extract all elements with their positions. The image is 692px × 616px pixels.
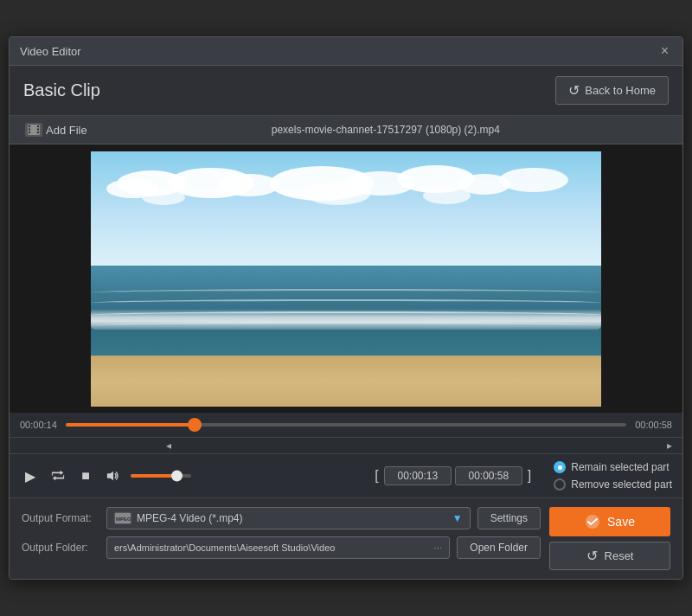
svg-rect-5 xyxy=(37,129,39,131)
check-circle-icon xyxy=(585,514,600,529)
file-name-label: pexels-movie-channet-17517297 (1080p) (2… xyxy=(99,124,672,136)
save-button[interactable]: Save xyxy=(549,507,670,536)
svg-rect-6 xyxy=(37,132,39,133)
format-value: MPEG-4 Video (*.mp4) xyxy=(137,512,243,524)
remove-radio[interactable] xyxy=(554,478,566,491)
folder-dots[interactable]: ··· xyxy=(433,542,442,554)
add-file-button[interactable]: Add File xyxy=(20,121,93,138)
header-bar: Basic Clip ↺ Back to Home xyxy=(10,66,682,116)
bottom-content: Output Format: MPEG MPEG-4 Video (*.mp4)… xyxy=(22,507,670,570)
svg-rect-7 xyxy=(31,125,36,135)
loop-button[interactable] xyxy=(48,465,68,486)
back-icon: ↺ xyxy=(568,82,580,99)
bottom-area: Output Format: MPEG MPEG-4 Video (*.mp4)… xyxy=(10,498,682,579)
svg-rect-1 xyxy=(29,125,30,127)
format-select[interactable]: MPEG MPEG-4 Video (*.mp4) ▼ xyxy=(106,507,471,529)
main-window: Video Editor × Basic Clip ↺ Back to Home xyxy=(9,36,683,580)
volume-slider[interactable] xyxy=(131,474,191,478)
trim-handles-row: ◂ ▸ xyxy=(10,438,682,454)
action-buttons: Save ↺ Reset xyxy=(549,507,670,570)
video-preview xyxy=(10,144,682,413)
stop-button[interactable]: ■ xyxy=(75,465,96,486)
timeline-thumb[interactable] xyxy=(188,418,202,432)
open-folder-button[interactable]: Open Folder xyxy=(457,536,541,559)
trim-left-handle: ◂ xyxy=(166,440,171,452)
reset-button[interactable]: ↺ Reset xyxy=(549,542,670,570)
loop-icon xyxy=(51,470,65,482)
controls-bar: ▶ ■ [ ] xyxy=(10,454,682,498)
folder-path-text: ers\Administrator\Documents\Aiseesoft St… xyxy=(114,542,335,553)
settings-button[interactable]: Settings xyxy=(477,507,541,529)
timeline-fill xyxy=(66,423,195,427)
volume-track[interactable] xyxy=(131,474,191,478)
save-label: Save xyxy=(607,515,635,529)
svg-rect-2 xyxy=(29,129,30,131)
remove-label: Remove selected part xyxy=(571,478,672,491)
time-inputs: [ ] xyxy=(373,466,533,485)
volume-fill xyxy=(131,474,176,478)
output-folder-row: Output Folder: ers\Administrator\Documen… xyxy=(22,536,541,559)
mpeg-icon: MPEG xyxy=(115,513,131,523)
trim-end-button[interactable]: ] xyxy=(526,466,533,485)
back-to-home-button[interactable]: ↺ Back to Home xyxy=(555,76,669,105)
foam-layer xyxy=(91,309,601,330)
page-title: Basic Clip xyxy=(23,80,100,100)
svg-marker-8 xyxy=(107,472,113,481)
film-icon xyxy=(28,125,40,135)
toolbar: Add File pexels-movie-channet-17517297 (… xyxy=(10,116,682,144)
output-format-row: Output Format: MPEG MPEG-4 Video (*.mp4)… xyxy=(22,507,541,529)
timeline-track[interactable] xyxy=(66,422,626,427)
svg-rect-3 xyxy=(29,132,30,133)
folder-path-display[interactable]: ers\Administrator\Documents\Aiseesoft St… xyxy=(106,536,450,559)
volume-thumb[interactable] xyxy=(171,471,183,482)
timeline-bar: 00:00:14 00:00:58 xyxy=(10,413,682,438)
format-icon: MPEG xyxy=(114,512,131,524)
format-label: Output Format: xyxy=(22,512,99,524)
mute-button[interactable] xyxy=(103,465,124,486)
selection-options: Remain selected part Remove selected par… xyxy=(554,461,672,491)
timeline-start-time: 00:00:14 xyxy=(20,420,57,430)
remain-label: Remain selected part xyxy=(571,461,669,473)
reset-label: Reset xyxy=(605,549,634,562)
play-button[interactable]: ▶ xyxy=(20,465,41,486)
video-canvas xyxy=(91,151,601,407)
remain-option[interactable]: Remain selected part xyxy=(554,461,672,473)
window-title: Video Editor xyxy=(20,45,81,58)
reset-icon: ↺ xyxy=(586,548,598,564)
remain-radio[interactable] xyxy=(554,461,566,473)
svg-rect-4 xyxy=(37,125,39,127)
svg-text:MPEG: MPEG xyxy=(116,517,131,522)
folder-label: Output Folder: xyxy=(22,542,99,554)
title-bar: Video Editor × xyxy=(10,37,682,66)
start-time-input[interactable] xyxy=(384,466,452,485)
add-file-label: Add File xyxy=(46,124,87,137)
close-button[interactable]: × xyxy=(657,44,672,58)
output-rows: Output Format: MPEG MPEG-4 Video (*.mp4)… xyxy=(22,507,541,566)
back-button-label: Back to Home xyxy=(585,84,656,97)
trim-start-button[interactable]: [ xyxy=(373,466,380,485)
add-file-icon xyxy=(25,123,42,137)
trim-right-handle: ▸ xyxy=(667,440,672,452)
format-chevron-icon: ▼ xyxy=(452,512,463,524)
remove-option[interactable]: Remove selected part xyxy=(554,478,672,491)
end-time-input[interactable] xyxy=(455,466,522,485)
speaker-icon xyxy=(106,469,120,483)
timeline-end-time: 00:00:58 xyxy=(635,420,672,430)
shore-layer xyxy=(91,356,601,407)
